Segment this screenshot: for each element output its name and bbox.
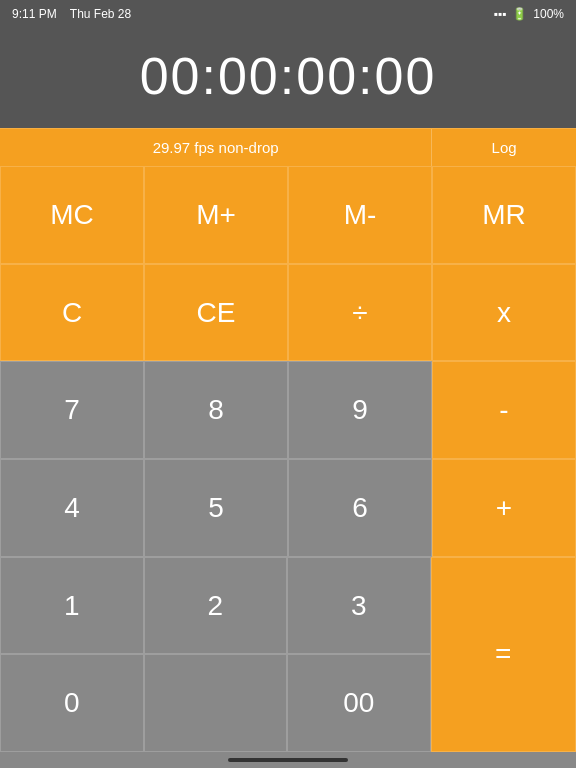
timecode-value: 00:00:00:00 (140, 47, 437, 105)
btn-00[interactable]: 00 (287, 654, 431, 752)
btn-2[interactable]: 2 (144, 557, 288, 655)
mc-button[interactable]: MC (0, 166, 144, 264)
c-button[interactable]: C (0, 264, 144, 362)
timecode-display: 00:00:00:00 (0, 28, 576, 128)
btn-3[interactable]: 3 (287, 557, 431, 655)
add-button[interactable]: + (432, 459, 576, 557)
calculator-grid: MC M+ M- MR C CE ÷ x 7 8 9 - 4 5 6 + 1 2… (0, 166, 576, 752)
equals-button[interactable]: = (431, 557, 577, 752)
multiply-button[interactable]: x (432, 264, 576, 362)
btn-5[interactable]: 5 (144, 459, 288, 557)
btn-empty (144, 654, 288, 752)
row-789: 7 8 9 - (0, 361, 576, 459)
row-123-eq: 1 2 3 0 00 = (0, 557, 576, 752)
home-bar (228, 758, 348, 762)
status-time-date: 9:11 PM Thu Feb 28 (12, 7, 131, 21)
mr-button[interactable]: MR (432, 166, 576, 264)
divide-button[interactable]: ÷ (288, 264, 432, 362)
btn-8[interactable]: 8 (144, 361, 288, 459)
fps-label[interactable]: 29.97 fps non-drop (0, 129, 432, 166)
battery-icon: 🔋 (512, 7, 527, 21)
ce-button[interactable]: CE (144, 264, 288, 362)
memory-row: MC M+ M- MR (0, 166, 576, 264)
subtract-button[interactable]: - (432, 361, 576, 459)
btn-6[interactable]: 6 (288, 459, 432, 557)
status-right: ▪▪▪ 🔋 100% (494, 7, 564, 21)
btn-7[interactable]: 7 (0, 361, 144, 459)
btn-0[interactable]: 0 (0, 654, 144, 752)
wifi-icon: ▪▪▪ (494, 7, 507, 21)
row-456: 4 5 6 + (0, 459, 576, 557)
m-minus-button[interactable]: M- (288, 166, 432, 264)
clear-ops-row: C CE ÷ x (0, 264, 576, 362)
info-row: 29.97 fps non-drop Log (0, 128, 576, 166)
m-plus-button[interactable]: M+ (144, 166, 288, 264)
home-indicator (0, 752, 576, 768)
log-button[interactable]: Log (432, 129, 576, 166)
btn-9[interactable]: 9 (288, 361, 432, 459)
status-bar: 9:11 PM Thu Feb 28 ▪▪▪ 🔋 100% (0, 0, 576, 28)
btn-4[interactable]: 4 (0, 459, 144, 557)
btn-1[interactable]: 1 (0, 557, 144, 655)
